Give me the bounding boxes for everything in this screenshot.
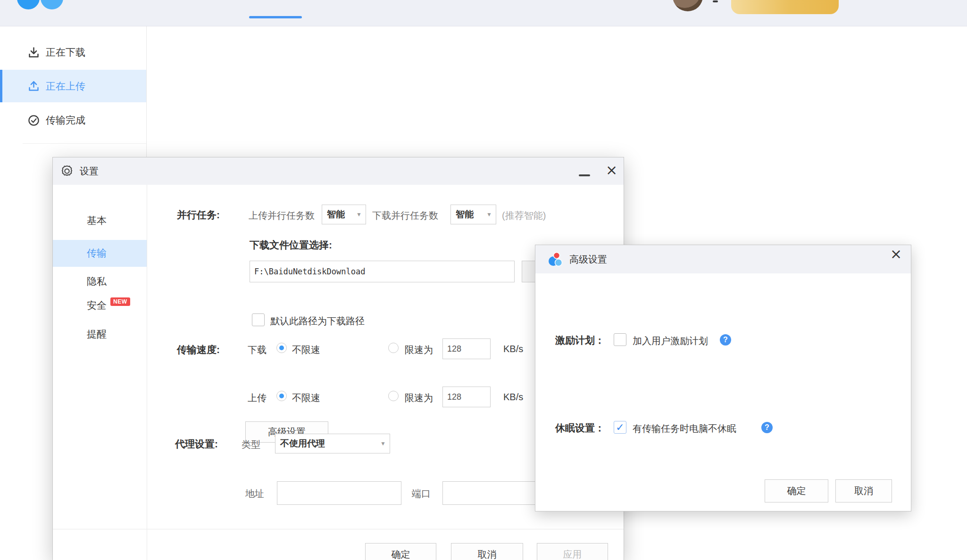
default-path-checkbox[interactable]: [252, 313, 265, 326]
sidebar-item-label: 传输完成: [46, 114, 85, 127]
tab-transfer[interactable]: 传输: [53, 243, 147, 264]
footer-divider: [53, 529, 624, 529]
sleep-checkbox-label: 有传输任务时电脑不休眠: [633, 422, 736, 435]
tab-label: 隐私: [87, 275, 107, 288]
window-control-icon[interactable]: [713, 0, 718, 2]
download-path-input[interactable]: [250, 261, 515, 282]
settings-ok-button[interactable]: 确定: [365, 543, 436, 560]
tab-reminder[interactable]: 提醒: [53, 324, 147, 345]
sidebar-item-label: 正在上传: [46, 80, 85, 93]
proxy-type-label: 类型: [242, 438, 260, 451]
upload-limit-radio[interactable]: [388, 391, 399, 401]
settings-tabs: 基本 传输 隐私 安全 NEW 提醒: [53, 185, 147, 560]
active-tab-indicator: [249, 16, 302, 18]
new-badge: NEW: [110, 297, 130, 306]
upload-unlimited-radio[interactable]: [276, 391, 287, 401]
sidebar-item-completed[interactable]: 传输完成: [0, 105, 146, 136]
download-parallel-label: 下载并行任务数: [372, 209, 438, 222]
incentive-checkbox[interactable]: [614, 333, 626, 346]
app-logo-icon: [17, 0, 40, 9]
tab-basic[interactable]: 基本: [53, 210, 147, 231]
download-location-label: 下载文件位置选择:: [250, 239, 332, 252]
tab-security[interactable]: 安全: [53, 295, 147, 316]
help-icon[interactable]: ?: [761, 422, 773, 433]
upload-parallel-select[interactable]: 智能 ▼: [322, 205, 366, 224]
active-accent-bar: [0, 70, 2, 102]
transfer-speed-label: 传输速度:: [177, 343, 220, 356]
proxy-address-input[interactable]: [277, 481, 401, 505]
radio-dot: [279, 394, 284, 398]
download-icon: [27, 46, 40, 59]
top-bar: [0, 0, 967, 26]
app-window: 正在下载 正在上传 传输完成 设置 ×: [0, 0, 967, 560]
settings-dialog-header: 设置: [53, 157, 624, 185]
download-parallel-select[interactable]: 智能 ▼: [450, 205, 496, 224]
sidebar-item-label: 正在下载: [46, 46, 85, 59]
download-limit-value-input[interactable]: [442, 338, 491, 359]
tab-label: 传输: [87, 247, 107, 260]
gear-icon: [60, 165, 74, 178]
download-unlimited-label: 不限速: [292, 344, 320, 356]
proxy-type-select[interactable]: 不使用代理 ▼: [275, 434, 390, 453]
incentive-plan-label: 激励计划：: [555, 334, 605, 347]
upload-limit-label: 限速为: [405, 392, 433, 404]
tab-privacy[interactable]: 隐私: [53, 271, 147, 292]
upload-parallel-label: 上传并行任务数: [249, 209, 315, 222]
proxy-settings-label: 代理设置:: [175, 437, 218, 451]
advanced-dialog-header: 高级设置: [535, 245, 911, 273]
parallel-tasks-label: 并行任务:: [177, 208, 220, 222]
upload-icon: [27, 80, 40, 92]
default-path-checkbox-label: 默认此路径为下载路径: [270, 315, 365, 328]
tab-label: 基本: [87, 214, 107, 227]
advanced-cancel-button[interactable]: 取消: [835, 479, 892, 502]
speed-upload-label: 上传: [248, 392, 267, 404]
speed-download-label: 下载: [248, 344, 267, 356]
proxy-port-label: 端口: [412, 487, 431, 500]
chevron-down-icon: ▼: [356, 211, 362, 218]
radio-dot: [279, 346, 284, 350]
avatar[interactable]: [673, 0, 703, 11]
complete-icon: [27, 114, 40, 127]
download-limit-label: 限速为: [405, 344, 433, 356]
netdisk-logo-icon: [546, 251, 563, 268]
parallel-hint: (推荐智能): [502, 209, 546, 222]
chevron-down-icon: ▼: [380, 440, 386, 447]
download-limit-unit: KB/s: [503, 344, 523, 354]
sleep-checkbox[interactable]: ✓: [614, 421, 626, 434]
check-icon: ✓: [616, 422, 624, 433]
advanced-ok-button[interactable]: 确定: [765, 479, 828, 502]
incentive-checkbox-label: 加入用户激励计划: [633, 335, 708, 347]
upload-limit-unit: KB/s: [503, 392, 523, 403]
minimize-button[interactable]: [579, 174, 590, 176]
app-logo-icon: [41, 0, 63, 9]
select-value: 不使用代理: [280, 437, 380, 450]
download-unlimited-radio[interactable]: [276, 343, 287, 353]
close-icon[interactable]: ×: [890, 247, 902, 261]
settings-dialog-title: 设置: [80, 165, 99, 178]
vip-button[interactable]: [731, 0, 839, 14]
tab-label: 安全: [87, 299, 107, 312]
settings-apply-button[interactable]: 应用: [537, 543, 608, 560]
select-value: 智能: [327, 208, 356, 221]
advanced-dialog-title: 高级设置: [569, 253, 607, 266]
proxy-address-label: 地址: [245, 487, 264, 500]
sidebar-item-downloading[interactable]: 正在下载: [0, 37, 146, 68]
select-value: 智能: [456, 208, 486, 221]
download-limit-radio[interactable]: [388, 343, 399, 353]
sleep-settings-label: 休眠设置：: [555, 421, 605, 435]
advanced-settings-dialog: 高级设置 × 激励计划： 加入用户激励计划 ? 休眠设置： ✓ 有传输任务时电脑…: [535, 245, 911, 511]
sidebar-item-uploading[interactable]: 正在上传: [0, 70, 146, 102]
sidebar-divider: [23, 143, 146, 144]
help-icon[interactable]: ?: [720, 334, 731, 346]
chevron-down-icon: ▼: [486, 211, 492, 218]
tab-label: 提醒: [87, 328, 107, 341]
close-icon[interactable]: ×: [606, 163, 617, 177]
upload-limit-value-input[interactable]: [442, 387, 491, 407]
settings-cancel-button[interactable]: 取消: [451, 543, 523, 560]
minimize-icon: [579, 174, 590, 176]
upload-unlimited-label: 不限速: [292, 392, 320, 404]
